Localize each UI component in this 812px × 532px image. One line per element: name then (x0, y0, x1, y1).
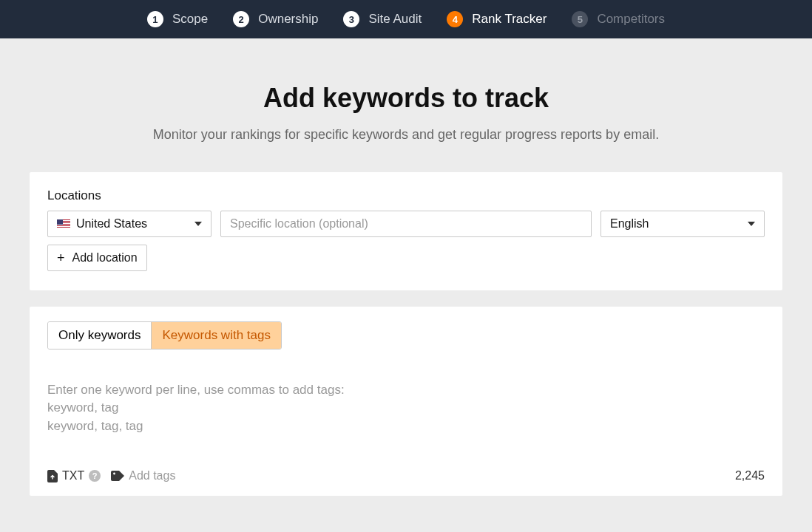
step-number: 2 (233, 11, 249, 27)
us-flag-icon (57, 219, 70, 228)
tab-only-keywords[interactable]: Only keywords (48, 322, 151, 349)
language-select[interactable]: English (600, 211, 765, 237)
wizard-stepper: 1 Scope 2 Ownership 3 Site Audit 4 Rank … (0, 0, 812, 38)
step-competitors: 5 Competitors (572, 11, 665, 27)
page-subtitle: Monitor your rankings for specific keywo… (30, 127, 782, 143)
svg-point-0 (113, 473, 115, 475)
step-label: Site Audit (368, 12, 422, 27)
keywords-footer: TXT ? Add tags 2,245 (47, 469, 765, 482)
add-tags-label: Add tags (129, 469, 175, 482)
step-label: Ownership (258, 12, 318, 27)
tab-keywords-with-tags[interactable]: Keywords with tags (151, 322, 280, 349)
help-icon[interactable]: ? (89, 470, 101, 482)
footer-left: TXT ? Add tags (47, 469, 175, 482)
page-title: Add keywords to track (30, 83, 782, 114)
plus-icon: + (57, 251, 65, 265)
specific-location-input[interactable]: Specific location (optional) (220, 211, 592, 237)
file-upload-icon (47, 470, 58, 482)
locations-row: United States Specific location (optiona… (47, 211, 765, 237)
step-ownership[interactable]: 2 Ownership (233, 11, 318, 27)
tag-icon (111, 471, 124, 481)
add-tags-button[interactable]: Add tags (111, 469, 175, 482)
locations-label: Locations (47, 188, 765, 203)
step-number: 1 (147, 11, 163, 27)
keywords-placeholder: Enter one keyword per line, use commas t… (47, 383, 345, 433)
language-value: English (610, 217, 649, 231)
step-rank-tracker[interactable]: 4 Rank Tracker (447, 11, 547, 27)
chevron-down-icon (194, 222, 202, 226)
locations-card: Locations United States Specific locatio… (30, 172, 782, 290)
specific-location-placeholder: Specific location (optional) (230, 217, 368, 231)
step-number: 5 (572, 11, 588, 27)
step-number: 4 (447, 11, 463, 27)
add-location-label: Add location (72, 251, 138, 265)
step-scope[interactable]: 1 Scope (147, 11, 208, 27)
step-number: 3 (343, 11, 359, 27)
step-label: Scope (172, 12, 208, 27)
upload-txt-button[interactable]: TXT ? (47, 469, 101, 482)
step-label: Competitors (597, 12, 665, 27)
keywords-remaining-count: 2,245 (735, 469, 765, 482)
main-content: Add keywords to track Monitor your ranki… (0, 38, 812, 496)
keywords-textarea[interactable]: Enter one keyword per line, use commas t… (47, 363, 765, 451)
keywords-mode-toggle: Only keywords Keywords with tags (47, 321, 282, 349)
add-location-button[interactable]: + Add location (47, 245, 147, 271)
chevron-down-icon (748, 222, 755, 226)
upload-txt-label: TXT (62, 469, 84, 482)
keywords-card: Only keywords Keywords with tags Enter o… (30, 307, 782, 496)
step-label: Rank Tracker (472, 12, 547, 27)
country-value: United States (76, 217, 147, 231)
country-select[interactable]: United States (47, 211, 212, 237)
step-site-audit[interactable]: 3 Site Audit (343, 11, 422, 27)
